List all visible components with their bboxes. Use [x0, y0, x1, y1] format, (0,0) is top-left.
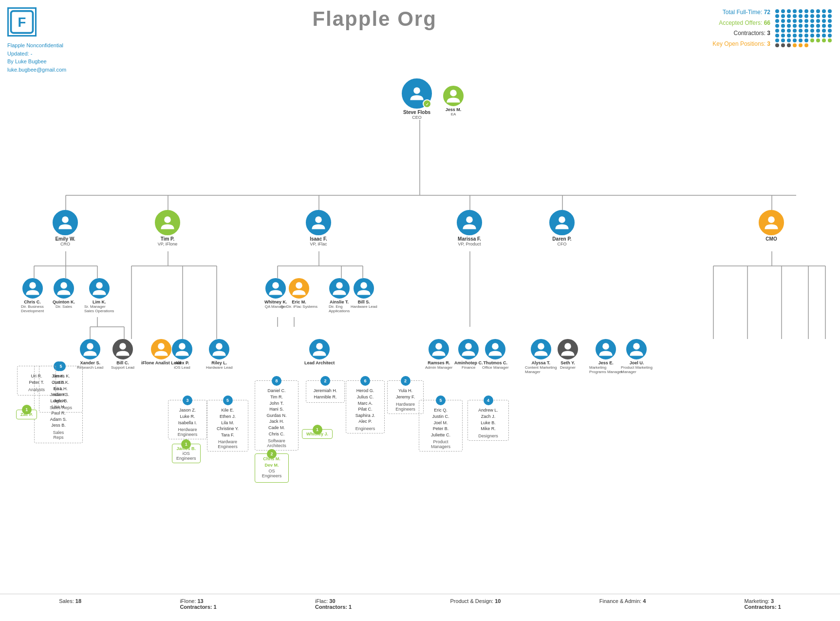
riley-l-avatar — [209, 339, 229, 359]
stats-panel: Total Full-Time: 72 Accepted Offers: 66 … — [712, 7, 833, 49]
alyssa-t-name: Alyssa T. — [531, 360, 550, 365]
joel-u-avatar — [626, 339, 647, 359]
footer-product-count: 10 — [495, 598, 501, 604]
ainslie-t-name: Ainslie T. — [330, 300, 349, 304]
daren-node: Daren P. CFO — [549, 210, 575, 246]
stats-text: Total Full-Time: 72 Accepted Offers: 66 … — [712, 7, 770, 49]
footer-iflone-count: 13 — [198, 598, 204, 604]
svg-point-52 — [87, 343, 93, 350]
product-mgrs-label: ProductManagers — [422, 439, 459, 449]
salesreps-label2: Sales Reps — [42, 405, 79, 410]
ramses-r-node: Ramses R. Admin Manager — [425, 339, 452, 370]
herod-g-names: Herod G.Julius C.Marc A.Pilat C.Saphira … — [349, 388, 381, 425]
contractors-label: Contractors: — [734, 30, 765, 37]
isaac-name: Isaac F. — [310, 236, 327, 242]
dots-visualization — [775, 9, 833, 47]
ea-node: Jess M. EA — [443, 86, 464, 116]
designers-names: Andrew L.Zach J.Luke B.Mike R. — [471, 407, 505, 432]
aminhotep-node: Aminhotep C. Finance — [454, 339, 483, 370]
designers-box: 4 Andrew L.Zach J.Luke B.Mike R. Designe… — [467, 400, 509, 440]
svg-point-51 — [96, 282, 103, 289]
footer-iflone: iFlone: 13 Contractors: 1 — [180, 598, 216, 610]
aminhotep-title: Finance — [462, 365, 475, 370]
bill-s-node: Bill S. Hardware Lead — [351, 278, 377, 309]
lead-architect-name: Lead Architect — [304, 360, 335, 365]
svg-point-50 — [60, 282, 67, 289]
daren-name: Daren P. — [552, 236, 571, 242]
riley-l-title: Hardware Lead — [206, 365, 233, 370]
ramses-r-avatar — [429, 339, 449, 359]
svg-point-56 — [216, 343, 223, 350]
keyopen-label: Key Open Positions: — [712, 40, 765, 47]
svg-point-60 — [361, 282, 368, 289]
logo: F — [7, 7, 37, 37]
footer-marketing: Marketing: 3 Contractors: 1 — [745, 598, 781, 610]
footer-product: Product & Design: 10 — [450, 598, 501, 610]
thutmos-avatar — [485, 339, 505, 359]
bill-s-name: Bill S. — [358, 300, 370, 304]
thutmos-node: Thutmos C. Office Manager — [482, 339, 509, 370]
ceo-node: ✓ Steve Flobs CEO — [402, 78, 432, 120]
svg-point-58 — [296, 282, 302, 289]
ea-title: EA — [451, 112, 456, 116]
chris-c-node: Chris C. Dir. BusinessDevelopment — [21, 278, 44, 313]
isaac-title: VP, iFlac — [310, 242, 327, 246]
herod-g-label: Engineers — [349, 426, 381, 431]
footer-iflac: iFlac: 30 Contractors: 1 — [315, 598, 352, 610]
footer-sales-count: 18 — [75, 598, 81, 604]
svg-point-61 — [316, 343, 323, 350]
aminhotep-name: Aminhotep C. — [454, 360, 483, 365]
seth-y-title: Designer — [560, 365, 576, 370]
salesreps-count: 5 — [56, 361, 66, 371]
eric-m-title: Sr. Dir. iFlac Systems — [280, 304, 317, 309]
iflone-analyst-lead-avatar — [151, 339, 171, 359]
quinton-k-title: Dir. Sales — [56, 304, 72, 309]
ramses-r-title: Admin Manager — [425, 365, 452, 370]
designers-label: Designers — [471, 433, 505, 438]
whitney-j-count: 1 — [313, 425, 322, 434]
riley-l-name: Riley L. — [211, 360, 227, 365]
fulltime-value: 72 — [764, 9, 770, 16]
lim-k-node: Lim K. Sr. ManagerSales Operations — [84, 278, 114, 313]
lim-k-name: Lim K. — [93, 300, 106, 304]
svg-point-63 — [465, 343, 472, 350]
emily-title: CRO — [60, 242, 70, 246]
bill-c-avatar — [112, 339, 133, 359]
alyssa-t-title: Content MarketingManager — [525, 365, 557, 374]
svg-point-44 — [164, 217, 171, 224]
salesreps-large-box: 5 James K.Justin K.Lisa H.Adam S.Jess B.… — [39, 366, 83, 413]
jeremiah-h-box: 2 Jeremiah H.Hannible R. — [306, 380, 345, 402]
salesreps-names2: James K.Justin K.Lisa H.Adam S.Jess B. — [42, 373, 79, 404]
jess-e-node: Jess E. MarketingPrograms Manager — [589, 339, 622, 374]
svg-point-53 — [119, 343, 126, 350]
tim-name: Tim P. — [161, 236, 175, 242]
daren-avatar — [549, 210, 575, 235]
svg-point-66 — [564, 343, 571, 350]
jess-e-title: MarketingPrograms Manager — [589, 365, 622, 374]
header: F Flapple Org Total Full-Time: 72 Accept… — [7, 7, 833, 49]
emily-name: Emily W. — [55, 236, 75, 242]
alex-p-avatar — [172, 339, 192, 359]
sw-arch-label: SoftwareArchitects — [258, 438, 295, 448]
alex-p-name: Alex P. — [175, 360, 189, 365]
svg-point-43 — [62, 217, 69, 224]
svg-point-48 — [768, 217, 775, 224]
eric-m-name: Eric M. — [292, 300, 306, 304]
ios-eng-box: 3 Jason Z.Luke R.Isabella I. HerdwareEng… — [168, 400, 207, 439]
hw-eng-box: 5 Kile E.Ethen J.Lila M.Christine Y.Tara… — [207, 400, 248, 452]
lead-architect-node: Lead Architect — [304, 339, 335, 365]
ios-eng-names: Jason Z.Luke R.Isabella I. — [171, 407, 204, 426]
svg-point-47 — [559, 217, 565, 224]
jeremiah-h-names: Jeremiah H.Hannible R. — [309, 388, 341, 400]
aminhotep-avatar — [458, 339, 479, 359]
xander-name: Xander S. — [80, 360, 100, 365]
footer-marketing-label: Marketing: — [745, 598, 771, 604]
james-b-count: 1 — [181, 439, 191, 449]
cmo-name: CMO — [765, 236, 777, 242]
daren-title: CFO — [558, 242, 567, 246]
svg-text:F: F — [18, 15, 26, 30]
marissa-name: Marissa F. — [458, 236, 481, 242]
whitney-j-box: 1 Whitney J. — [302, 429, 333, 439]
jess-e-name: Jess E. — [598, 360, 614, 365]
seth-y-name: Seth Y. — [560, 360, 575, 365]
